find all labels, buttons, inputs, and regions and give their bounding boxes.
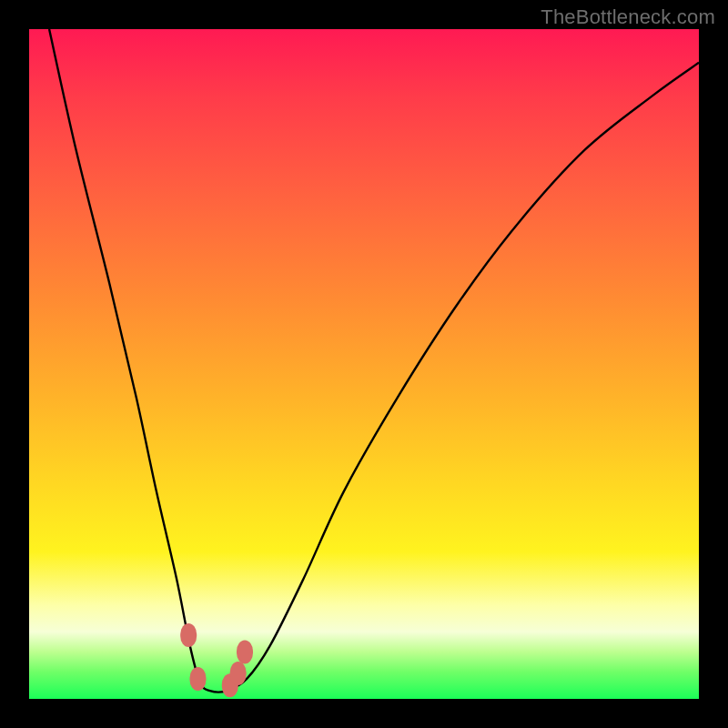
plot-area (29, 29, 699, 699)
marker-right-extra (230, 662, 247, 685)
marker-group (180, 623, 253, 697)
curve-layer (29, 29, 699, 699)
chart-frame: TheBottleneck.com (0, 0, 728, 728)
marker-right-upper (237, 640, 253, 663)
marker-left-lower (189, 667, 206, 691)
marker-left-upper (180, 623, 197, 647)
watermark-label: TheBottleneck.com (541, 5, 715, 29)
bottleneck-curve (49, 29, 699, 693)
